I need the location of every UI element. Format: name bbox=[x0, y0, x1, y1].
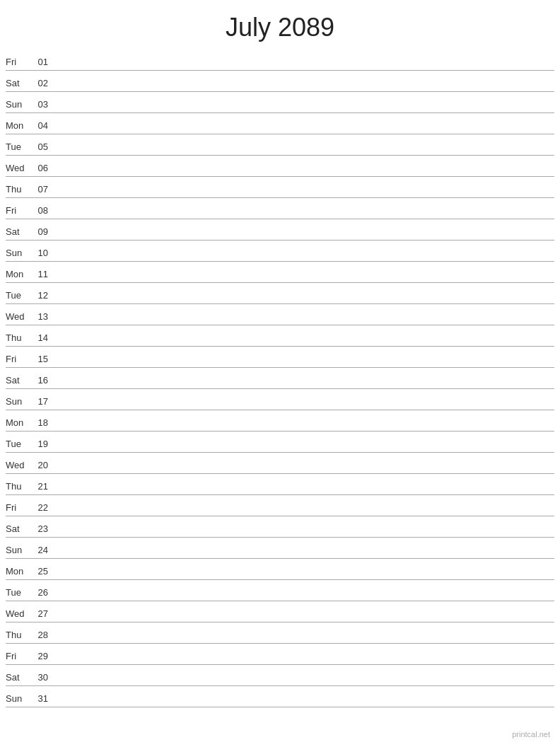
day-row: Fri08 bbox=[6, 198, 554, 219]
day-name: Sun bbox=[6, 396, 33, 407]
day-name: Sun bbox=[6, 248, 33, 258]
day-number: 08 bbox=[33, 205, 52, 216]
day-name: Mon bbox=[6, 417, 33, 428]
day-name: Thu bbox=[6, 481, 33, 492]
day-name: Tue bbox=[6, 439, 33, 449]
day-row: Wed20 bbox=[6, 453, 554, 474]
day-number: 18 bbox=[33, 417, 52, 428]
day-name: Sat bbox=[6, 523, 33, 534]
day-name: Wed bbox=[6, 460, 33, 470]
day-name: Fri bbox=[6, 354, 33, 364]
day-name: Sat bbox=[6, 672, 33, 683]
day-line bbox=[52, 618, 554, 619]
day-row: Mon04 bbox=[6, 113, 554, 134]
day-name: Wed bbox=[6, 608, 33, 619]
day-row: Mon11 bbox=[6, 262, 554, 283]
day-name: Fri bbox=[6, 57, 33, 67]
day-row: Thu07 bbox=[6, 177, 554, 198]
day-name: Mon bbox=[6, 120, 33, 131]
day-line bbox=[52, 406, 554, 407]
day-line bbox=[52, 173, 554, 173]
day-row: Fri15 bbox=[6, 347, 554, 368]
day-number: 09 bbox=[33, 226, 52, 237]
day-line bbox=[52, 257, 554, 258]
day-row: Sun31 bbox=[6, 686, 554, 707]
day-name: Mon bbox=[6, 566, 33, 577]
watermark: printcal.net bbox=[512, 730, 550, 739]
day-line bbox=[52, 639, 554, 640]
day-line bbox=[52, 279, 554, 279]
day-name: Wed bbox=[6, 163, 33, 173]
day-name: Sun bbox=[6, 693, 33, 704]
day-line bbox=[52, 342, 554, 343]
day-row: Sun17 bbox=[6, 389, 554, 410]
day-number: 06 bbox=[33, 163, 52, 173]
day-number: 01 bbox=[33, 57, 52, 67]
day-name: Tue bbox=[6, 587, 33, 598]
day-row: Wed27 bbox=[6, 601, 554, 622]
day-row: Fri01 bbox=[6, 50, 554, 71]
day-row: Thu21 bbox=[6, 474, 554, 495]
day-line bbox=[52, 130, 554, 131]
day-row: Tue19 bbox=[6, 432, 554, 453]
day-number: 31 bbox=[33, 693, 52, 704]
day-number: 13 bbox=[33, 311, 52, 322]
day-number: 14 bbox=[33, 332, 52, 343]
day-line bbox=[52, 194, 554, 195]
day-line bbox=[52, 512, 554, 513]
day-line bbox=[52, 703, 554, 704]
day-number: 23 bbox=[33, 523, 52, 534]
day-name: Fri bbox=[6, 651, 33, 661]
day-line bbox=[52, 364, 554, 364]
day-number: 16 bbox=[33, 375, 52, 386]
day-line bbox=[52, 597, 554, 598]
day-number: 05 bbox=[33, 141, 52, 152]
day-row: Tue26 bbox=[6, 580, 554, 601]
day-name: Sat bbox=[6, 78, 33, 88]
day-line bbox=[52, 491, 554, 492]
day-line bbox=[52, 321, 554, 322]
day-number: 17 bbox=[33, 396, 52, 407]
day-name: Tue bbox=[6, 141, 33, 152]
day-row: Sat23 bbox=[6, 516, 554, 538]
day-number: 29 bbox=[33, 651, 52, 661]
day-row: Sun03 bbox=[6, 92, 554, 113]
day-line bbox=[52, 555, 554, 555]
day-row: Sat09 bbox=[6, 219, 554, 241]
day-number: 20 bbox=[33, 460, 52, 470]
day-number: 26 bbox=[33, 587, 52, 598]
day-number: 15 bbox=[33, 354, 52, 364]
day-row: Fri22 bbox=[6, 495, 554, 516]
day-number: 28 bbox=[33, 630, 52, 640]
day-row: Sun24 bbox=[6, 538, 554, 559]
day-name: Sat bbox=[6, 226, 33, 237]
day-line bbox=[52, 236, 554, 237]
day-row: Sun10 bbox=[6, 241, 554, 262]
day-line bbox=[52, 533, 554, 534]
day-row: Sat16 bbox=[6, 368, 554, 389]
day-number: 10 bbox=[33, 248, 52, 258]
day-name: Mon bbox=[6, 269, 33, 279]
day-number: 25 bbox=[33, 566, 52, 577]
day-row: Mon25 bbox=[6, 559, 554, 580]
day-number: 12 bbox=[33, 290, 52, 301]
day-row: Sat02 bbox=[6, 71, 554, 92]
day-number: 02 bbox=[33, 78, 52, 88]
day-line bbox=[52, 576, 554, 577]
day-name: Thu bbox=[6, 630, 33, 640]
day-number: 19 bbox=[33, 439, 52, 449]
day-number: 03 bbox=[33, 99, 52, 110]
day-number: 27 bbox=[33, 608, 52, 619]
page-title: July 2089 bbox=[0, 0, 560, 50]
day-name: Fri bbox=[6, 205, 33, 216]
calendar-grid: Fri01Sat02Sun03Mon04Tue05Wed06Thu07Fri08… bbox=[0, 50, 560, 707]
day-number: 11 bbox=[33, 269, 52, 279]
day-row: Wed06 bbox=[6, 156, 554, 177]
day-name: Thu bbox=[6, 332, 33, 343]
day-line bbox=[52, 470, 554, 470]
day-name: Wed bbox=[6, 311, 33, 322]
day-name: Sun bbox=[6, 545, 33, 555]
day-row: Sat30 bbox=[6, 665, 554, 686]
day-row: Fri29 bbox=[6, 644, 554, 665]
day-line bbox=[52, 109, 554, 110]
